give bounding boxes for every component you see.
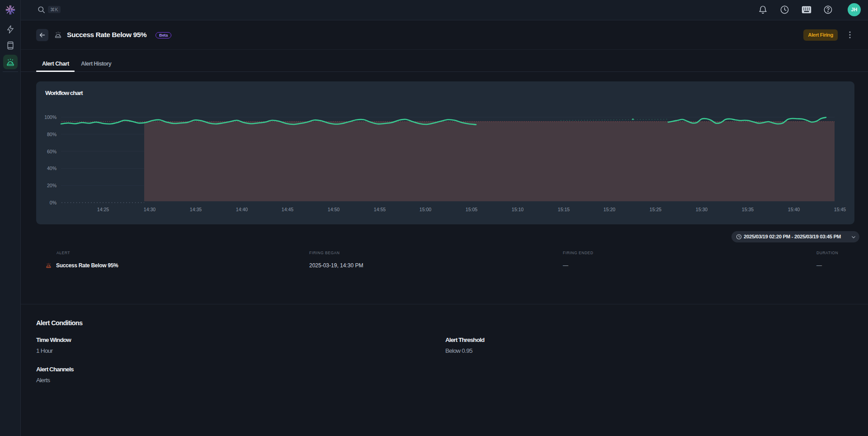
svg-text:80%: 80%	[47, 132, 57, 137]
svg-text:20%: 20%	[47, 183, 57, 188]
svg-text:14:45: 14:45	[282, 207, 293, 212]
svg-text:15:40: 15:40	[788, 207, 800, 212]
svg-text:14:50: 14:50	[328, 207, 340, 212]
svg-text:14:35: 14:35	[190, 207, 202, 212]
svg-text:14:55: 14:55	[374, 207, 386, 212]
svg-text:15:10: 15:10	[512, 207, 524, 212]
svg-text:15:30: 15:30	[696, 207, 708, 212]
svg-text:14:40: 14:40	[236, 207, 248, 212]
svg-text:14:30: 14:30	[144, 207, 156, 212]
svg-text:15:25: 15:25	[650, 207, 661, 212]
svg-text:15:15: 15:15	[558, 207, 570, 212]
svg-text:0%: 0%	[50, 200, 57, 205]
svg-text:14:25: 14:25	[97, 207, 109, 212]
svg-text:100%: 100%	[44, 114, 57, 120]
svg-text:15:05: 15:05	[466, 207, 477, 212]
svg-text:15:20: 15:20	[604, 207, 615, 212]
svg-text:40%: 40%	[47, 166, 57, 171]
svg-text:60%: 60%	[47, 149, 57, 154]
svg-text:15:00: 15:00	[420, 207, 431, 212]
svg-text:15:35: 15:35	[742, 207, 754, 212]
svg-text:15:45: 15:45	[834, 207, 846, 212]
